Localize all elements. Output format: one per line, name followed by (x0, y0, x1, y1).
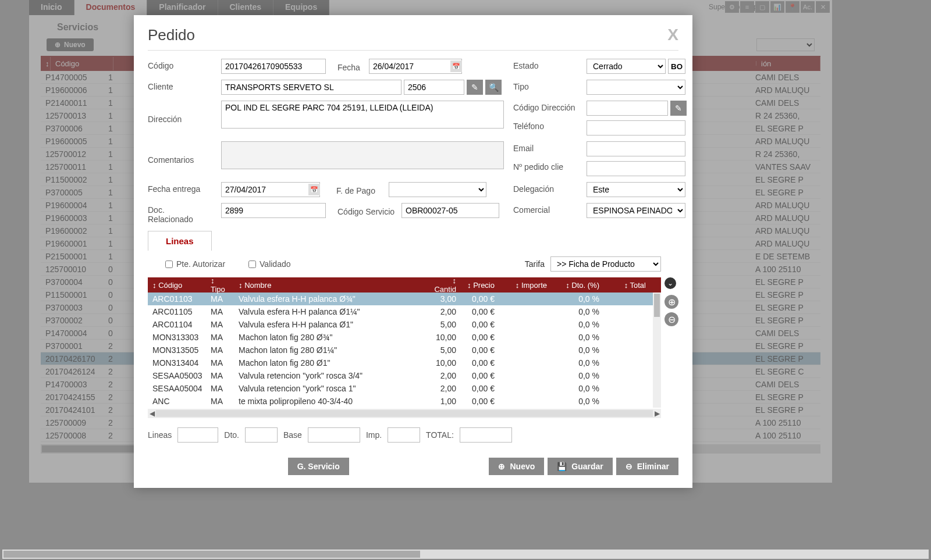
guardar-button[interactable]: 💾Guardar (548, 458, 612, 475)
line-row[interactable]: ARC01105MAValvula esfera H-H palanca Ø1¼… (148, 305, 661, 318)
cod-dir-label: Código Dirección (513, 101, 577, 112)
line-row[interactable]: MON313303MAMachon laton fig 280 Ø¾"10,00… (148, 331, 661, 344)
line-row[interactable]: ARC01104MAValvula esfera H-H palanca Ø1"… (148, 318, 661, 331)
fecha-label: Fecha (337, 60, 367, 72)
remove-line-button[interactable]: ⊖ (665, 312, 678, 326)
expand-icon[interactable]: ⌄ (665, 277, 676, 289)
line-row[interactable]: MON313505MAMachon laton fig 280 Ø1¼"5,00… (148, 344, 661, 356)
search-icon[interactable]: 🔍 (485, 80, 502, 95)
total-total-input[interactable] (460, 427, 512, 443)
line-row[interactable]: SESAA05003MAValvula retencion "york" ros… (148, 369, 661, 382)
lines-table: ↕ Código ↕ Tipo ↕ Nombre ↕ Cantid ↕ Prec… (148, 277, 661, 418)
edit-dir-icon[interactable]: ✎ (670, 101, 687, 116)
nuevo-button[interactable]: ⊕Nuevo (489, 458, 544, 475)
codigo-input[interactable] (221, 59, 326, 74)
edit-icon[interactable]: ✎ (467, 80, 483, 95)
fecha-entrega-label: Fecha entrega (148, 182, 212, 194)
line-row[interactable]: SESAA05004MAValvula retencion "york" ros… (148, 382, 661, 395)
close-icon[interactable]: X (667, 26, 678, 44)
delegacion-select[interactable]: Este (587, 182, 685, 197)
delegacion-label: Delegación (513, 182, 577, 194)
tipo-label: Tipo (513, 80, 577, 91)
lines-scrollbar-y[interactable] (653, 293, 661, 408)
total-imp-input[interactable] (388, 427, 420, 443)
cod-dir-input[interactable] (587, 101, 668, 116)
line-row[interactable]: ARC01103MAValvula esfera H-H palanca Ø¾"… (148, 293, 661, 305)
fpago-select[interactable] (389, 182, 486, 197)
plus-icon: ⊕ (498, 462, 505, 471)
save-icon: 💾 (557, 462, 567, 471)
telefono-input[interactable] (587, 120, 685, 135)
comercial-select[interactable]: ESPINOSA PEINADO, C (587, 203, 685, 218)
line-row[interactable]: MON313404MAMachon laton fig 280 Ø1"10,00… (148, 356, 661, 369)
line-row[interactable]: ANCMAte mixta polipropileno 40-3/4-401,0… (148, 395, 661, 408)
telefono-label: Teléfono (513, 119, 577, 131)
lines-scrollbar-x[interactable]: ◀▶ (148, 409, 661, 418)
cliente-num-input[interactable] (404, 80, 464, 95)
pte-autorizar-check[interactable]: Pte. Autorizar (165, 259, 225, 269)
eliminar-button[interactable]: ⊖Eliminar (616, 458, 678, 475)
cliente-label: Cliente (148, 80, 212, 91)
cod-serv-label: Código Servicio (337, 205, 399, 216)
doc-rel-label: Doc. Relacionado (148, 203, 212, 224)
pedido-cli-label: Nº pedido clie (513, 160, 577, 172)
total-dto-input[interactable] (245, 427, 278, 443)
totals-row: Lineas Dto. Base Imp. TOTAL: (148, 418, 678, 448)
total-base-input[interactable] (308, 427, 360, 443)
validado-check[interactable]: Validado (248, 259, 290, 269)
viewport-scrollbar-x[interactable] (2, 550, 929, 559)
estado-select[interactable]: Cerrado (587, 59, 666, 74)
tipo-select[interactable] (587, 80, 685, 95)
doc-rel-input[interactable] (221, 203, 326, 218)
calendar-icon-2[interactable]: 📅 (308, 184, 320, 195)
codigo-label: Código (148, 59, 212, 70)
fecha-entrega-input[interactable] (221, 182, 320, 197)
email-label: Email (513, 141, 577, 153)
total-lineas-input[interactable] (177, 427, 218, 443)
minus-icon: ⊖ (626, 462, 632, 471)
cliente-input[interactable] (221, 80, 401, 95)
comentarios-label: Comentarios (148, 153, 212, 165)
direccion-label: Dirección (148, 112, 212, 124)
fecha-input[interactable] (369, 59, 462, 74)
fpago-label: F. de Pago (336, 184, 386, 195)
dialog-title: Pedido (148, 26, 195, 44)
bo-button[interactable]: BO (668, 59, 685, 74)
gservicio-button[interactable]: G. Servicio (288, 458, 349, 475)
cod-serv-input[interactable] (401, 203, 499, 218)
pedido-dialog: Pedido X Código Fecha 📅 Estado Cerrado B… (134, 15, 692, 488)
pedido-cli-input[interactable] (587, 161, 685, 176)
ficha-producto-select[interactable]: >> Ficha de Producto (550, 256, 661, 272)
estado-label: Estado (513, 59, 577, 70)
direccion-textarea[interactable]: POL IND EL SEGRE PARC 704 25191, LLEIDA … (221, 101, 504, 129)
email-input[interactable] (587, 141, 685, 156)
tarifa-label: Tarifa (525, 259, 545, 269)
comentarios-textarea[interactable] (221, 141, 504, 169)
comercial-label: Comercial (513, 203, 577, 215)
calendar-icon[interactable]: 📅 (450, 60, 462, 72)
add-line-button[interactable]: ⊕ (665, 295, 678, 309)
lineas-tab[interactable]: Lineas (148, 231, 212, 251)
